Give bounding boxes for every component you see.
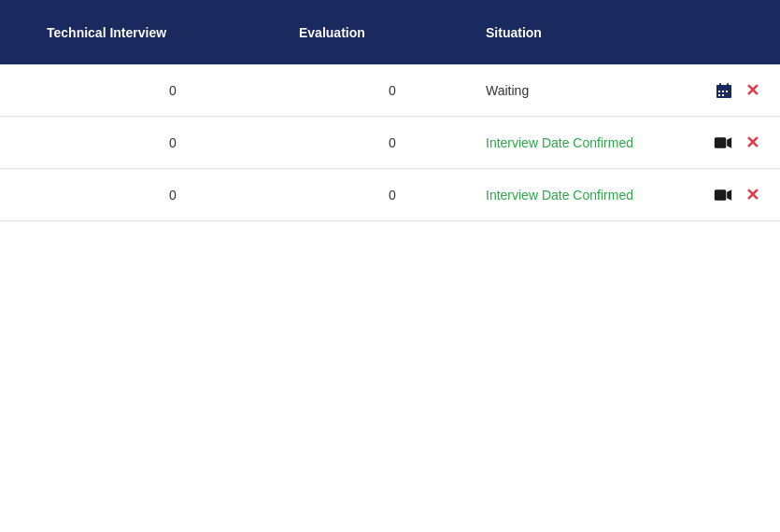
svg-rect-2 xyxy=(719,83,721,87)
cell-evaluation-1: 0 xyxy=(299,83,486,98)
svg-rect-9 xyxy=(715,137,727,148)
svg-marker-10 xyxy=(727,137,731,148)
svg-marker-12 xyxy=(727,189,731,201)
cell-situation-2: Interview Date Confirmed xyxy=(486,135,712,150)
cell-technical-3: 0 xyxy=(19,188,299,203)
svg-rect-3 xyxy=(727,83,729,87)
header-technical: Technical Interview xyxy=(19,25,299,40)
header-evaluation: Evaluation xyxy=(299,25,486,40)
status-label-2: Interview Date Confirmed xyxy=(486,135,633,150)
delete-icon-2: ✕ xyxy=(745,133,759,153)
cell-situation-1: Waiting xyxy=(486,83,714,98)
table-row: 0 0 Interview Date Confirmed ✕ xyxy=(0,169,780,221)
cell-actions-2: ✕ xyxy=(712,131,761,155)
status-label-1: Waiting xyxy=(486,83,529,98)
video-icon-3 xyxy=(714,188,732,203)
svg-rect-11 xyxy=(715,189,727,201)
cell-technical-1: 0 xyxy=(19,83,299,98)
cell-evaluation-3: 0 xyxy=(299,188,486,203)
delete-button-3[interactable]: ✕ xyxy=(744,183,761,207)
table-row: 0 0 Waiting xyxy=(0,64,780,117)
cell-actions-3: ✕ xyxy=(712,183,761,207)
delete-button-2[interactable]: ✕ xyxy=(744,131,761,155)
table-header: Technical Interview Evaluation Situation xyxy=(0,0,780,64)
delete-icon-3: ✕ xyxy=(745,185,759,205)
cell-technical-2: 0 xyxy=(19,135,299,150)
table-body: 0 0 Waiting xyxy=(0,64,780,221)
delete-icon-1: ✕ xyxy=(745,80,759,101)
cell-situation-3: Interview Date Confirmed xyxy=(486,188,712,203)
video-button-2[interactable] xyxy=(712,133,734,152)
svg-rect-5 xyxy=(722,91,724,92)
calendar-button-1[interactable] xyxy=(714,80,734,101)
video-icon-2 xyxy=(714,135,732,150)
header-situation: Situation xyxy=(486,25,761,40)
cell-evaluation-2: 0 xyxy=(299,135,486,150)
svg-rect-1 xyxy=(716,85,731,89)
video-button-3[interactable] xyxy=(712,186,734,204)
svg-rect-4 xyxy=(718,91,720,92)
svg-rect-8 xyxy=(722,94,724,96)
table-row: 0 0 Interview Date Confirmed ✕ xyxy=(0,117,780,169)
main-table: Technical Interview Evaluation Situation… xyxy=(0,0,780,221)
cell-actions-1: ✕ xyxy=(714,78,761,103)
svg-rect-7 xyxy=(718,94,720,96)
status-label-3: Interview Date Confirmed xyxy=(486,188,633,203)
calendar-icon-1 xyxy=(716,82,732,99)
delete-button-1[interactable]: ✕ xyxy=(744,78,761,103)
svg-rect-6 xyxy=(726,91,728,92)
